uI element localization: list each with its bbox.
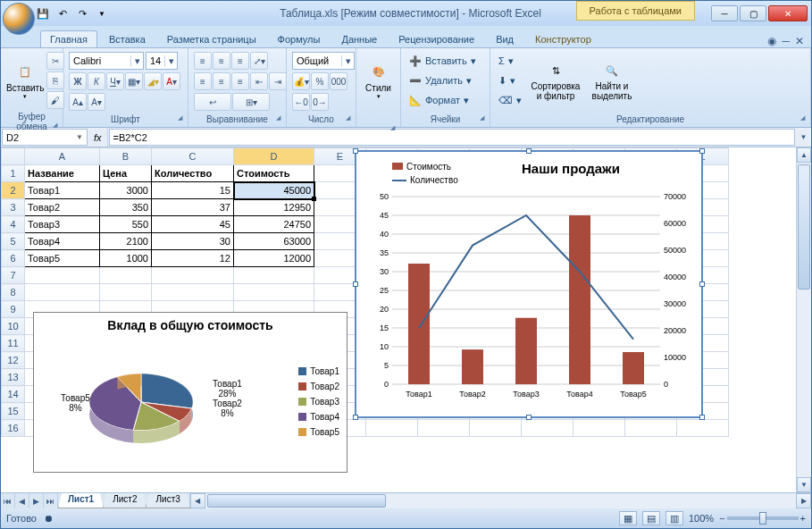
- prev-sheet-icon[interactable]: ◀: [15, 493, 29, 509]
- autosum-button[interactable]: Σ▾: [496, 52, 524, 70]
- bold-icon[interactable]: Ж: [69, 72, 87, 90]
- format-cells-button[interactable]: 📐Формат▾: [406, 91, 479, 109]
- svg-text:50: 50: [380, 192, 389, 201]
- redo-icon[interactable]: ↷: [74, 5, 90, 21]
- tab-data[interactable]: Данные: [331, 30, 387, 47]
- font-name-value: Calibri: [70, 55, 130, 66]
- styles-button[interactable]: 🎨 Стили ▾: [362, 52, 395, 109]
- scroll-left-icon[interactable]: ◀: [190, 493, 205, 508]
- svg-text:30: 30: [380, 267, 389, 276]
- zoom-slider[interactable]: − +: [719, 513, 806, 524]
- chart-pie[interactable]: Вклад в общую стоимость Товар1Товар2Това…: [33, 312, 347, 473]
- group-alignment: ≡ ≡ ≡ ⤢▾ ≡ ≡ ≡ ⇤ ⇥ ↩ ⊞▾ Выравнивание: [188, 48, 287, 127]
- tab-design[interactable]: Конструктор: [525, 30, 601, 47]
- group-styles-label: [360, 123, 397, 125]
- align-right-icon[interactable]: ≡: [231, 72, 249, 90]
- font-color-icon[interactable]: A▾: [163, 72, 180, 90]
- sheet-tab-1[interactable]: Лист1: [58, 493, 104, 508]
- minimize-button[interactable]: ─: [711, 5, 738, 21]
- last-sheet-icon[interactable]: ⏭: [44, 493, 58, 509]
- tab-review[interactable]: Рецензирование: [389, 30, 484, 47]
- find-select-button[interactable]: 🔍 Найти и выделить: [587, 52, 637, 109]
- doc-close-icon[interactable]: ✕: [795, 35, 804, 47]
- tab-pagelayout[interactable]: Разметка страницы: [157, 30, 266, 47]
- zoom-in-icon[interactable]: +: [800, 513, 806, 524]
- undo-icon[interactable]: ↶: [54, 5, 71, 21]
- tab-insert[interactable]: Вставка: [99, 30, 155, 47]
- underline-icon[interactable]: Ч▾: [106, 72, 124, 90]
- horizontal-scrollbar[interactable]: ◀ ▶: [189, 493, 811, 508]
- cut-icon[interactable]: ✂: [46, 52, 64, 70]
- insert-cells-button[interactable]: ➕Вставить▾: [406, 52, 479, 70]
- scroll-right-icon[interactable]: ▶: [796, 493, 811, 508]
- align-left-icon[interactable]: ≡: [194, 72, 212, 90]
- svg-rect-40: [408, 264, 430, 384]
- currency-icon[interactable]: 💰▾: [292, 72, 310, 90]
- increase-decimal-icon[interactable]: ←0: [292, 93, 310, 111]
- wrap-text-icon[interactable]: ↩: [194, 93, 231, 111]
- delete-cells-button[interactable]: ➖Удалить▾: [406, 71, 479, 89]
- pagelayout-view-icon[interactable]: ▤: [642, 511, 660, 525]
- svg-text:20: 20: [380, 305, 389, 314]
- office-button[interactable]: [3, 3, 35, 35]
- vertical-scrollbar[interactable]: ▲ ▼: [796, 147, 811, 492]
- increase-indent-icon[interactable]: ⇥: [269, 72, 287, 90]
- align-bottom-icon[interactable]: ≡: [231, 52, 249, 70]
- app-window: 💾 ↶ ↷ ▼ Таблица.xls [Режим совместимости…: [0, 0, 812, 529]
- minimize-ribbon-icon[interactable]: ─: [782, 35, 790, 47]
- sheet-tab-3[interactable]: Лист3: [146, 493, 189, 508]
- title-bar: 💾 ↶ ↷ ▼ Таблица.xls [Режим совместимости…: [1, 1, 811, 26]
- macro-record-icon[interactable]: ⏺: [44, 513, 54, 524]
- maximize-button[interactable]: ▢: [740, 5, 766, 21]
- number-format-select[interactable]: Общий▾: [292, 52, 355, 70]
- svg-text:Товар2: Товар2: [459, 390, 486, 399]
- help-icon[interactable]: ◉: [767, 35, 776, 47]
- scroll-down-icon[interactable]: ▼: [797, 477, 811, 492]
- tab-home[interactable]: Главная: [40, 30, 97, 47]
- pagebreak-view-icon[interactable]: ▥: [666, 511, 683, 525]
- sheet-tab-2[interactable]: Лист2: [103, 493, 146, 508]
- paste-button[interactable]: 📋 Вставить ▾: [6, 52, 44, 109]
- clear-button[interactable]: ⌫▾: [496, 91, 524, 109]
- formula-expand-icon[interactable]: ▼: [796, 128, 811, 147]
- chart-combo[interactable]: Наши продажиСтоимостьКоличество051015202…: [355, 150, 703, 418]
- copy-icon[interactable]: ⎘: [46, 71, 64, 89]
- fill-color-icon[interactable]: ◢▾: [144, 72, 162, 90]
- percent-icon[interactable]: %: [311, 72, 329, 90]
- scroll-up-icon[interactable]: ▲: [797, 147, 811, 163]
- decrease-indent-icon[interactable]: ⇤: [250, 72, 268, 90]
- font-name-select[interactable]: Calibri▾: [69, 52, 144, 70]
- save-icon[interactable]: 💾: [35, 5, 51, 21]
- sort-filter-button[interactable]: ⇅ Сортировка и фильтр: [527, 52, 584, 109]
- name-box-value: D2: [6, 132, 19, 143]
- comma-icon[interactable]: 000: [330, 72, 347, 90]
- decrease-font-icon[interactable]: A▾: [88, 93, 105, 111]
- fill-button[interactable]: ⬇▾: [496, 71, 524, 89]
- zoom-out-icon[interactable]: −: [719, 513, 724, 524]
- tab-formulas[interactable]: Формулы: [268, 30, 331, 47]
- align-top-icon[interactable]: ≡: [194, 52, 212, 70]
- sheet-tabs-row: ⏮ ◀ ▶ ⏭ Лист1 Лист2 Лист3 ◀ ▶: [1, 492, 811, 508]
- tab-view[interactable]: Вид: [486, 30, 523, 47]
- merge-icon[interactable]: ⊞▾: [232, 93, 270, 111]
- grid[interactable]: ABCDEFGHIJKL1НазваниеЦенаКоличествоСтоим…: [1, 147, 796, 492]
- formula-input[interactable]: =B2*C2: [109, 129, 795, 146]
- close-button[interactable]: ✕: [768, 5, 808, 21]
- border-icon[interactable]: ▦▾: [125, 72, 143, 90]
- increase-font-icon[interactable]: A▴: [69, 93, 87, 111]
- fx-icon[interactable]: fx: [94, 132, 102, 143]
- align-middle-icon[interactable]: ≡: [213, 52, 230, 70]
- qat-dropdown-icon[interactable]: ▼: [94, 5, 110, 21]
- svg-rect-43: [569, 215, 590, 384]
- normal-view-icon[interactable]: ▦: [619, 511, 637, 525]
- font-size-select[interactable]: 14▾: [146, 52, 178, 70]
- decrease-decimal-icon[interactable]: 0→: [311, 93, 329, 111]
- group-cells: ➕Вставить▾ ➖Удалить▾ 📐Формат▾ Ячейки: [401, 48, 490, 127]
- align-center-icon[interactable]: ≡: [213, 72, 230, 90]
- format-painter-icon[interactable]: 🖌: [46, 91, 64, 109]
- italic-icon[interactable]: К: [88, 72, 105, 90]
- first-sheet-icon[interactable]: ⏮: [1, 493, 15, 509]
- next-sheet-icon[interactable]: ▶: [29, 493, 44, 509]
- orientation-icon[interactable]: ⤢▾: [250, 52, 268, 70]
- group-font-label: Шрифт: [67, 113, 184, 125]
